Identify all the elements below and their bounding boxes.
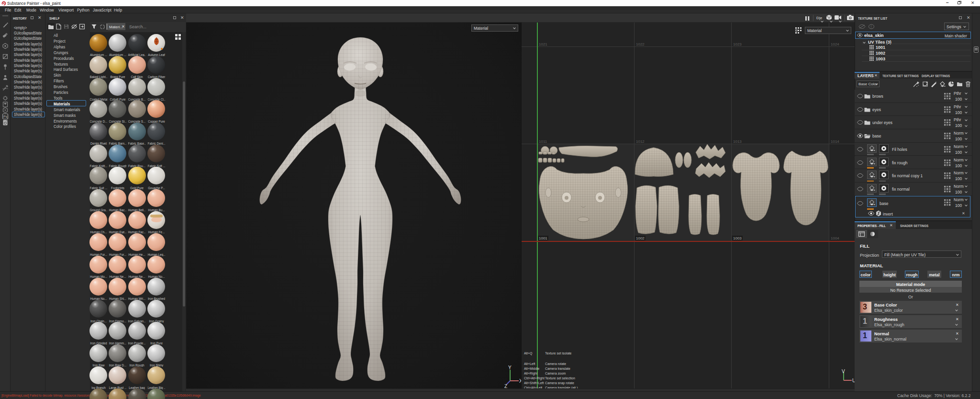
- svg-text:Y: Y: [508, 365, 512, 370]
- svg-text:Ps: Ps: [3, 115, 8, 118]
- svg-text:Z: Z: [504, 384, 507, 388]
- svg-text:V: V: [842, 369, 845, 374]
- svg-text:!: !: [871, 25, 872, 28]
